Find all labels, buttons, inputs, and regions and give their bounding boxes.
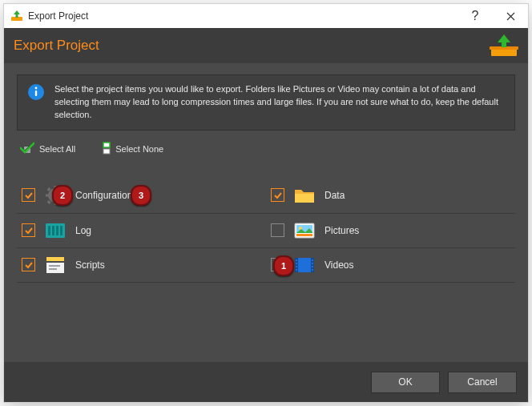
item-videos[interactable]: Videos [266,249,515,281]
svg-rect-43 [312,269,313,271]
window-title: Export Project [28,10,88,22]
export-project-dialog: Export Project ? Export Project [3,3,529,403]
svg-rect-19 [295,194,314,203]
videos-icon [292,255,316,275]
item-label: Configurations [75,190,137,201]
checkbox-scripts[interactable] [22,258,35,271]
checkbox-configurations[interactable] [22,188,35,202]
annotation-badge-2: 2 [52,185,73,206]
export-items-grid: Configurations Data [17,179,515,283]
item-pictures[interactable]: Pictures [266,215,515,247]
info-box: Select the project items you would like … [17,74,515,131]
item-data[interactable]: Data [266,179,515,212]
help-button[interactable]: ? [457,4,493,28]
select-all-icon [20,142,34,156]
svg-rect-17 [47,200,51,204]
svg-rect-31 [49,265,60,267]
item-label: Log [75,225,91,236]
annotation-badge-3: 3 [131,185,151,206]
svg-rect-42 [312,266,313,267]
svg-rect-23 [56,226,58,235]
select-none-button[interactable]: Select None [103,142,163,156]
svg-rect-32 [49,268,57,270]
select-none-icon [103,142,111,156]
svg-rect-28 [296,234,312,236]
svg-rect-12 [46,194,49,196]
scripts-icon [43,255,67,275]
app-icon [10,10,23,22]
dialog-body: Select the project items you would like … [4,63,528,362]
select-all-label: Select All [39,144,75,154]
dialog-heading: Export Project [14,38,99,54]
svg-rect-37 [296,263,297,264]
annotation-badge-1: 1 [273,255,294,276]
dialog-footer: OK Cancel [4,362,528,402]
export-tray-icon [490,34,518,58]
svg-rect-21 [48,226,50,235]
checkbox-pictures[interactable] [271,223,284,237]
svg-rect-41 [312,263,313,264]
svg-rect-36 [296,259,297,261]
svg-rect-22 [52,226,54,235]
info-icon [27,83,45,103]
folder-icon [292,186,316,205]
select-none-label: Select None [115,144,163,154]
cancel-button[interactable]: Cancel [448,372,517,393]
svg-point-5 [35,87,38,90]
item-label: Videos [324,259,353,271]
log-icon [43,221,67,240]
close-button[interactable] [493,4,528,28]
svg-rect-7 [103,143,110,147]
item-label: Scripts [75,259,105,271]
select-all-button[interactable]: Select All [20,142,75,156]
item-scripts[interactable]: Scripts [17,249,266,281]
pictures-icon [292,221,316,240]
selection-controls: Select All Select None [20,142,512,156]
item-log[interactable]: Log [17,215,266,247]
item-label: Data [324,190,345,201]
svg-rect-29 [46,257,64,261]
svg-rect-8 [103,149,110,154]
svg-rect-40 [312,259,313,261]
item-label: Pictures [324,225,359,236]
dialog-header: Export Project [4,28,528,63]
checkbox-log[interactable] [22,223,35,237]
svg-rect-38 [296,266,297,267]
checkbox-data[interactable] [271,188,284,202]
ok-button[interactable]: OK [371,372,440,393]
close-icon [506,12,515,21]
svg-rect-4 [35,90,37,96]
svg-rect-30 [46,263,64,273]
titlebar: Export Project ? [4,4,528,28]
svg-rect-24 [60,226,62,235]
info-text: Select the project items you would like … [54,83,505,122]
svg-rect-39 [296,269,297,271]
